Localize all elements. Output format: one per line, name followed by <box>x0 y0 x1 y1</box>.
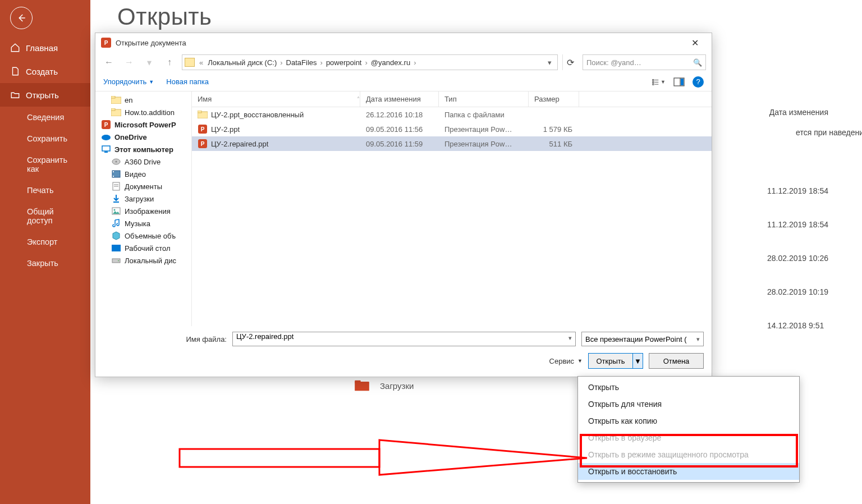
file-type: Презентация Pow… <box>439 140 529 148</box>
breadcrumb-item[interactable]: DataFiles <box>284 57 319 68</box>
nav-back-button[interactable]: ← <box>101 54 117 70</box>
breadcrumb-item[interactable]: Локальный диск (C:) <box>205 57 279 68</box>
organize-button[interactable]: Упорядочить ▼ <box>103 77 154 86</box>
breadcrumb-box[interactable]: « Локальный диск (C:)›DataFiles›powerpoi… <box>182 54 558 70</box>
chevron-icon: › <box>279 58 283 67</box>
svg-rect-19 <box>104 152 108 153</box>
tree-item[interactable]: How.to.addition <box>95 106 191 118</box>
close-button[interactable]: ✕ <box>684 35 706 51</box>
filename-input[interactable]: ЦУ-2.repaired.ppt <box>232 332 576 346</box>
music-icon <box>111 219 121 228</box>
open-menu-item[interactable]: Открыть как копию <box>578 413 799 429</box>
powerpoint-icon: P <box>101 38 111 48</box>
address-dropdown[interactable]: ▾ <box>544 58 555 67</box>
date-header: Дата изменения <box>769 108 828 117</box>
tree-item[interactable]: Локальный дис <box>95 254 191 267</box>
nav-sub-item[interactable]: Экспорт <box>0 231 90 253</box>
open-split-button[interactable]: Открыть ▼ <box>588 353 643 369</box>
nav-new-label: Создать <box>26 67 58 76</box>
open-menu-item[interactable]: Открыть <box>578 379 799 396</box>
svg-rect-3 <box>653 81 654 83</box>
filename-label: Имя файла: <box>103 335 227 343</box>
col-type[interactable]: Тип <box>439 91 529 107</box>
nav-up-button[interactable]: ↑ <box>162 54 177 70</box>
svg-point-29 <box>114 209 116 211</box>
tree-item[interactable]: A360 Drive <box>95 155 191 168</box>
ppt-icon: P <box>101 120 111 129</box>
file-row[interactable]: PЦУ-2.repaired.ppt09.05.2016 11:59Презен… <box>192 136 712 151</box>
svg-rect-24 <box>113 176 114 177</box>
nav-recent-button[interactable]: ▾ <box>141 54 157 70</box>
nav-new[interactable]: Создать <box>0 59 90 83</box>
file-name: ЦУ-2.repaired.ppt <box>211 140 268 148</box>
tools-button[interactable]: Сервис ▼ <box>549 357 583 365</box>
folder-icon <box>185 58 195 67</box>
tree-item[interactable]: Объемные объ <box>95 230 191 242</box>
tree-item[interactable]: Музыка <box>95 217 191 230</box>
dialog-title: Открытие документа <box>116 39 684 47</box>
svg-rect-0 <box>355 382 369 391</box>
new-icon <box>10 66 20 76</box>
new-folder-button[interactable]: Новая папка <box>166 77 209 86</box>
svg-rect-12 <box>111 96 115 98</box>
nav-sub-item[interactable]: Сохранить <box>0 128 90 149</box>
breadcrumb-item[interactable]: @yandex.ru <box>369 57 412 68</box>
open-dropdown-button[interactable]: ▼ <box>632 354 643 368</box>
nav-sub-item[interactable]: Сохранить как <box>0 149 90 180</box>
tree-item[interactable]: Изображения <box>95 205 191 217</box>
cancel-button[interactable]: Отмена <box>649 353 704 369</box>
tree-item[interactable]: Загрузки <box>95 193 191 205</box>
refresh-button[interactable]: ⟳ <box>562 54 578 70</box>
ppt-icon: P <box>198 139 208 148</box>
doc-icon <box>111 182 121 191</box>
open-button-label[interactable]: Открыть <box>589 357 632 365</box>
svg-rect-1 <box>355 381 361 383</box>
nav-home[interactable]: Главная <box>0 36 90 59</box>
open-menu-item[interactable]: Открыть и восстановить <box>578 463 799 480</box>
nav-open[interactable]: Открыть <box>0 83 90 107</box>
nav-sub-item[interactable]: Общий доступ <box>0 201 90 231</box>
nav-sub-item[interactable]: Закрыть <box>0 253 90 274</box>
down-icon <box>111 194 121 203</box>
file-row[interactable]: ЦУ-2.ppt_восстановленный26.12.2016 10:18… <box>192 107 712 122</box>
dialog-toolbar: Упорядочить ▼ Новая папка ▼ ? <box>95 72 712 91</box>
nav-sub-item[interactable]: Печать <box>0 180 90 201</box>
file-row[interactable]: PЦУ-2.ppt09.05.2016 11:56Презентация Pow… <box>192 122 712 136</box>
drive-icon <box>111 256 121 265</box>
tree-item[interactable]: Этот компьютер <box>95 143 191 155</box>
folder-tree[interactable]: enHow.to.additionPMicrosoft PowerPOneDri… <box>95 91 192 326</box>
filetype-select[interactable]: Все презентации PowerPoint ( <box>581 332 704 346</box>
col-name[interactable]: Имя <box>198 95 212 103</box>
file-list-header[interactable]: Имя ˄ Дата изменения Тип Размер <box>192 91 712 107</box>
tree-item[interactable]: Документы <box>95 180 191 193</box>
tree-item[interactable]: en <box>95 94 191 106</box>
tree-item[interactable]: PMicrosoft PowerP <box>95 118 191 131</box>
pc-icon <box>101 145 111 154</box>
nav-sub-item[interactable]: Сведения <box>0 107 90 128</box>
col-date[interactable]: Дата изменения <box>360 91 439 107</box>
view-options-button[interactable]: ▼ <box>652 76 666 88</box>
tree-item[interactable]: Рабочий стол <box>95 242 191 254</box>
folder-icon <box>198 110 208 119</box>
tree-item[interactable]: OneDrive <box>95 131 191 143</box>
chevron-icon: › <box>412 58 417 67</box>
tree-item-label: Документы <box>125 182 162 191</box>
back-button[interactable] <box>10 7 33 29</box>
open-menu-item[interactable]: Открыть для чтения <box>578 396 799 413</box>
nav-forward-button[interactable]: → <box>121 54 137 70</box>
folder-icon <box>354 379 370 392</box>
tree-item-label: How.to.addition <box>125 108 175 117</box>
downloads-item[interactable]: Загрузки <box>354 379 414 392</box>
tree-item[interactable]: Видео <box>95 168 191 180</box>
svg-rect-34 <box>198 111 201 113</box>
tree-item-label: Рабочий стол <box>125 244 171 253</box>
svg-rect-10 <box>681 79 684 85</box>
breadcrumb-item[interactable]: powerpoint <box>324 57 364 68</box>
tree-item-label: en <box>125 96 132 104</box>
col-size[interactable]: Размер <box>529 91 579 107</box>
help-button[interactable]: ? <box>693 76 704 88</box>
file-date: 09.05.2016 11:56 <box>360 125 439 134</box>
preview-pane-button[interactable] <box>672 76 686 88</box>
search-input[interactable]: Поиск: @yand… 🔍 <box>583 54 706 70</box>
file-name: ЦУ-2.ppt <box>211 125 240 134</box>
